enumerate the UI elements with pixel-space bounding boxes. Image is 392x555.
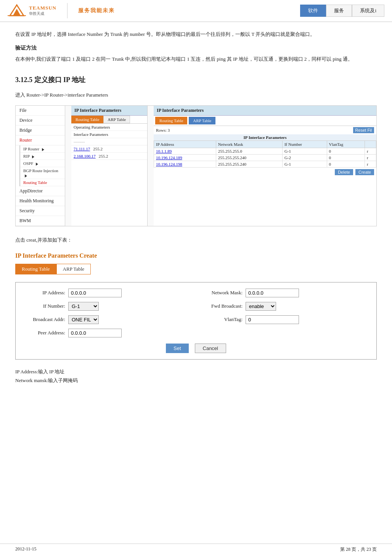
middle-tab-arp[interactable]: ARP Table [103,116,130,123]
col-header-mask: Network Mask [216,141,282,148]
ip-parameters-form: IP Address: Network Mask: If Number: G-1 [15,282,377,360]
left-menu-panel: File Device Bridge Router IP Router RIP … [16,106,65,226]
middle-row-if-params[interactable]: Interface Parameters [71,131,147,138]
menu-item-bridge[interactable]: Bridge [16,126,65,136]
footer-note-1: IP Address:输入 IP 地址 [15,367,377,376]
nav-tab-service[interactable]: 服务 [326,5,352,17]
header: TEAMSUN 华胜天成 服务我能未来 软件 服务 系统及i [0,0,392,22]
menu-item-security[interactable]: Security [16,206,65,216]
vlantag-input[interactable] [246,315,299,324]
create-section: IP Interface Parameters Create Routing T… [15,252,377,360]
cell-vlantag-1: 0 [327,148,365,155]
menu-item-file[interactable]: File [16,106,65,116]
footer-note-2: Network mansk:输入子网掩码 [15,376,377,385]
middle-row-sep: -------- [71,138,147,145]
menu-item-bwm[interactable]: BWM [16,216,65,226]
middle-panel-header: IP Interface Parameters [71,106,147,116]
middle-menu-rows: Operating Parameters Interface Parameter… [71,124,147,160]
submenu-arrow-ospf [36,163,38,166]
table-row: 10.196.124.198 255.255.255.240 G-1 0 r [154,161,376,168]
logo-chinese: 华胜天成 [29,11,56,16]
logo-company-name: TEAMSUN 华胜天成 [29,5,56,16]
fwd-broadcast-label: Fwd Broadcast: [201,303,243,309]
middle-tabs-row: Routing Table ARP Table [71,116,147,124]
middle-tab-routing[interactable]: Routing Table [71,116,103,123]
cell-ifnum-1: G-1 [282,148,327,155]
cell-extra-3: r [365,161,376,168]
submenu-bgp[interactable]: BGP Route Injection [20,167,65,179]
cell-mask-1: 255.255.255.0 [216,148,282,155]
cell-ifnum-3: G-1 [282,161,327,168]
broadcast-addr-select[interactable]: ONE FILL [68,315,99,324]
nav-instruction: 进入 Router->IP Router->interface Paramete… [15,90,377,99]
fwd-broadcast-select[interactable]: enable [246,302,276,311]
section-3-12-5: 3.12.5 定义接口 IP 地址 进入 Router->IP Router->… [15,75,377,385]
submenu-ospf[interactable]: OSPF [20,160,65,167]
right-tab-arp[interactable]: ARP Table [189,117,215,124]
form-grid: IP Address: Network Mask: If Number: G-1 [23,289,369,337]
cell-ip-3[interactable]: 10.196.124.198 [154,161,216,168]
reset-filter-button[interactable]: Reset Fil [353,127,374,133]
middle-row-ip1[interactable]: 71.111.17 255.2 [71,145,147,153]
col-header-ip: IP Address [154,141,216,148]
page-footer: 2012-11-15 第 28 页，共 23 页 [0,544,392,555]
submenu-arrow-bgp [25,174,27,177]
submenu-ip-router[interactable]: IP Router [20,145,65,153]
cell-vlantag-3: 0 [327,161,365,168]
create-tab-arp[interactable]: ARP Table [56,264,91,274]
form-row-peer-addr: Peer Address: [23,329,191,337]
form-row-ip: IP Address: [23,289,191,297]
cell-mask-3: 255.255.255.240 [216,161,282,168]
submenu-rip[interactable]: RIP [20,153,65,160]
menu-item-appdirector[interactable]: AppDirector [16,186,65,196]
table-row: 10.1.1.89 255.255.255.0 G-1 0 r [154,148,376,155]
network-mask-input[interactable] [246,289,299,297]
footer-page-info: 第 28 页，共 23 页 [340,546,377,553]
menu-item-health[interactable]: Health Monitoring [16,196,65,206]
intro-paragraph-2: 在本例中,我们设置了端口 1 及端口 2 在同一 Trunk 中,所以我们用笔记… [15,55,377,63]
create-tab-routing[interactable]: Routing Table [15,264,56,274]
middle-row-ip2[interactable]: 2.168.100.17 255.2 [71,153,147,160]
right-sub-header: IP Interface Parameters [154,134,376,140]
peer-address-input[interactable] [68,329,122,337]
menu-item-device[interactable]: Device [16,116,65,126]
cancel-button[interactable]: Cancel [195,344,226,353]
click-instruction: 点击 creat,并添加如下表： [15,236,377,244]
verify-method-heading: 验证方法 [15,45,377,52]
ip-address-input[interactable] [68,289,122,297]
if-number-label: If Number: [23,303,65,309]
middle-panel: IP Interface Parameters Routing Table AR… [71,106,148,226]
if-number-select[interactable]: G-1 [68,302,99,311]
logo-english: TEAMSUN [29,5,56,11]
teamsun-logo-icon [8,3,26,18]
cell-extra-1: r [365,148,376,155]
set-button[interactable]: Set [166,344,189,353]
right-panel: IP Interface Parameters Routing Table AR… [154,106,376,226]
nav-tab-software[interactable]: 软件 [300,5,326,17]
vlantag-label: VlanTag: [201,316,243,323]
router-submenu: IP Router RIP OSPF BGP Route Injection R… [19,145,65,186]
submenu-routing-table[interactable]: Routing Table [20,179,65,186]
right-tabs-row: Routing Table ARP Table [154,116,376,126]
create-button[interactable]: Create [355,169,374,175]
cell-vlantag-2: 0 [327,155,365,161]
col-header-ifnum: If Number [282,141,327,148]
intro-paragraph-1: 在设置 IP 地址时，选择 Interface Number 为 Trunk 的… [15,30,377,39]
cell-ip-2[interactable]: 10.196.124.189 [154,155,216,161]
network-mask-label: Network Mask: [201,290,243,296]
logo-area: TEAMSUN 华胜天成 服务我能未来 [8,3,115,18]
nav-tabs: 软件 服务 系统及i [300,5,384,17]
ip-interface-table: IP Address Network Mask If Number VlanTa… [154,140,376,168]
header-divider [67,3,67,18]
right-tab-routing[interactable]: Routing Table [155,117,187,124]
router-ui-mockup: File Device Bridge Router IP Router RIP … [15,105,377,226]
form-row-empty [201,329,369,337]
create-tabs: Routing Table ARP Table [15,264,377,274]
nav-tab-system[interactable]: 系统及i [352,5,384,17]
menu-item-router[interactable]: Router [16,136,65,145]
cell-ip-1[interactable]: 10.1.1.89 [154,148,216,155]
footer-date: 2012-11-15 [15,546,37,553]
middle-row-op-params[interactable]: Operating Parameters [71,124,147,131]
create-section-title: IP Interface Parameters Create [15,252,377,259]
delete-button[interactable]: Delete [335,169,353,175]
